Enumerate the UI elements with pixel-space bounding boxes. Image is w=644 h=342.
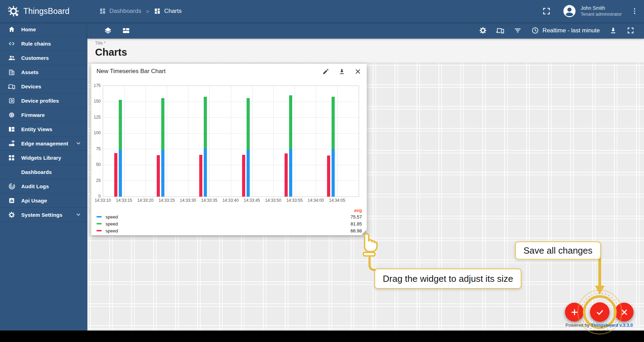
legend-color-dash [96, 230, 102, 231]
legend-row[interactable]: speed81.85 [96, 220, 362, 227]
export-download-icon[interactable] [609, 26, 617, 34]
sidebar-item-rule-chains[interactable]: Rule chains [0, 37, 87, 51]
chart-bar [157, 155, 160, 197]
legend-row[interactable]: speed75.57 [96, 213, 362, 220]
sidebar-item-home[interactable]: Home [0, 22, 87, 37]
expand-fullscreen-icon[interactable] [627, 26, 635, 34]
toolbar-right: Realtime - last minute [479, 26, 644, 34]
more-vert-icon[interactable] [631, 7, 638, 15]
sidebar-item-widgets-library[interactable]: Widgets Library [0, 151, 87, 165]
customers-icon [8, 54, 15, 62]
chart-plot [103, 86, 359, 197]
hint-text: Save all changes [523, 245, 592, 256]
app-logo: ThingsBoard [0, 5, 87, 17]
devices-icon [8, 83, 15, 90]
entity-aliases-icon[interactable] [496, 26, 504, 34]
firmware-icon [8, 111, 15, 119]
chart-bar [247, 150, 250, 197]
timewindow-button[interactable]: Realtime - last minute [531, 26, 600, 34]
dashboard-icon [154, 8, 161, 15]
breadcrumb-item-dashboards[interactable]: Dashboards [99, 8, 141, 15]
sidebar-item-label: Device profiles [21, 98, 59, 104]
legend-avg-header: avg [354, 208, 362, 213]
chevron-down-icon [75, 211, 82, 218]
layers-icon[interactable] [104, 26, 112, 35]
sidebar-item-entity-views[interactable]: Entity Views [0, 122, 87, 136]
fullscreen-icon[interactable] [542, 7, 551, 16]
cancel-changes-fab[interactable] [615, 303, 634, 321]
hint-drag-widget: Drag the widget to adjust its size [374, 269, 521, 289]
top-header: ThingsBoard Dashboards > Charts John Smi… [0, 0, 644, 22]
filter-icon[interactable] [514, 26, 522, 34]
sidebar-item-api-usage[interactable]: Api Usage [0, 193, 87, 208]
y-axis-tick-label: 25 [91, 178, 101, 183]
sidebar-item-label: Home [21, 26, 36, 32]
chart-bar [332, 149, 335, 197]
apply-changes-fab[interactable] [590, 302, 610, 322]
breadcrumb-label: Dashboards [109, 8, 141, 15]
user-info[interactable]: John Smith Tenant administrator [581, 5, 622, 17]
x-axis-tick-label: 14:33:15 [112, 198, 136, 203]
chart-bar [114, 153, 117, 197]
widget-download-icon[interactable] [338, 68, 346, 75]
dashboard-title-input[interactable]: Charts [95, 47, 644, 58]
legend-series-name: speed [106, 221, 118, 226]
sidebar-item-dashboards[interactable]: Dashboards [0, 165, 87, 179]
sidebar-item-customers[interactable]: Customers [0, 51, 87, 65]
y-axis-tick-label: 75 [91, 146, 101, 151]
audit-logs-icon [8, 183, 15, 190]
edit-pencil-icon[interactable] [322, 68, 329, 75]
powered-by-text: Powered by [566, 323, 590, 328]
x-axis-tick-label: 14:33:10 [91, 198, 115, 203]
plus-icon [570, 308, 579, 317]
chart-bar [247, 98, 250, 150]
settings-gear-icon[interactable] [479, 26, 487, 34]
avatar[interactable] [563, 5, 576, 18]
header-right: John Smith Tenant administrator [542, 5, 644, 18]
hand-pointer-icon [357, 231, 378, 260]
chart-bar [199, 155, 202, 197]
widget-header: New Timeseries Bar Chart [91, 64, 367, 79]
x-axis-tick-label: 14:33:55 [282, 198, 307, 203]
sidebar-item-audit-logs[interactable]: Audit Logs [0, 179, 87, 193]
rule-chains-icon [8, 40, 15, 47]
widget-close-icon[interactable] [354, 68, 362, 75]
legend-row[interactable]: speed66.98 [96, 227, 362, 234]
timeseries-widget[interactable]: New Timeseries Bar Chart 025507510012515… [91, 64, 367, 235]
chart: 025507510012515017514:33:1014:33:1514:33… [91, 79, 367, 206]
breadcrumb-item-charts[interactable]: Charts [154, 8, 181, 15]
x-axis-tick-label: 14:33:20 [133, 198, 157, 203]
home-icon [8, 26, 15, 33]
x-gridline [295, 86, 295, 197]
chart-bar [161, 150, 164, 197]
sidebar-item-firmware[interactable]: Firmware [0, 108, 87, 122]
legend-series-name: speed [106, 214, 118, 220]
chart-bar [119, 150, 122, 197]
sidebar-item-label: Widgets Library [21, 155, 61, 161]
system-settings-icon [8, 211, 15, 218]
y-axis-tick-label: 125 [91, 115, 101, 120]
edge-management-icon [8, 140, 15, 147]
assets-icon [8, 69, 15, 76]
add-widget-fab[interactable] [565, 303, 584, 321]
user-role: Tenant administrator [581, 11, 622, 17]
dashboards-icon [8, 168, 15, 176]
title-field-label: Title * [95, 41, 644, 46]
layout-icon[interactable] [122, 26, 130, 35]
x-axis-tick-label: 14:33:30 [176, 198, 200, 203]
app: ThingsBoard Dashboards > Charts John Smi… [0, 0, 644, 342]
legend-color-dash [96, 216, 102, 217]
legend-color-dash [96, 223, 102, 224]
sidebar-item-devices[interactable]: Devices [0, 79, 87, 94]
x-gridline [188, 86, 188, 197]
x-gridline [337, 86, 337, 197]
legend-header: avg [96, 207, 362, 213]
sidebar-item-system-settings[interactable]: System Settings [0, 208, 87, 222]
sidebar-item-edge-management[interactable]: Edge management [0, 136, 87, 151]
brand-version-link[interactable]: Thingsboard v.3.3.0 [591, 323, 633, 328]
breadcrumb: Dashboards > Charts [87, 8, 182, 15]
widget-actions [322, 68, 362, 75]
sidebar-item-assets[interactable]: Assets [0, 65, 87, 79]
chart-bar [332, 97, 335, 149]
sidebar-item-device-profiles[interactable]: Device profiles [0, 94, 87, 108]
